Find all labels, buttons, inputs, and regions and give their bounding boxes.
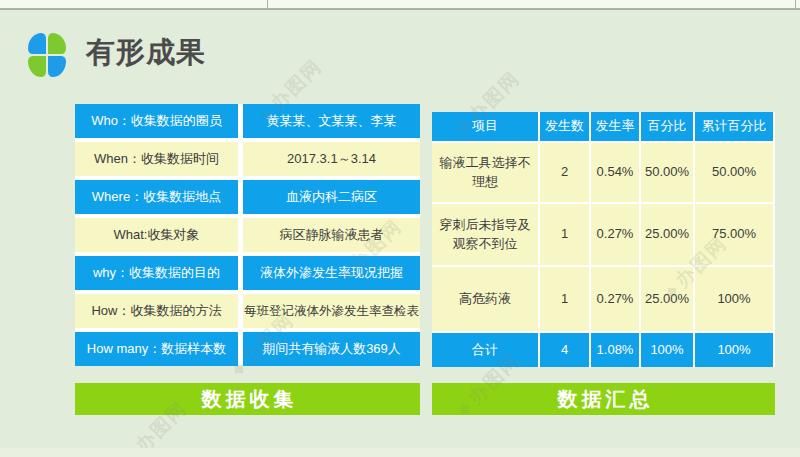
data-summary-table: 项目 发生数 发生率 百分比 累计百分比 输液工具选择不理想 2 0.54% 5… (432, 112, 775, 367)
table-cell-rate: 0.27% (591, 204, 639, 265)
row-value: 每班登记液体外渗发生率查检表 (243, 294, 420, 328)
table-row: How：收集数据的方法 每班登记液体外渗发生率查检表 (75, 294, 420, 328)
page-title: 有形成果 (86, 38, 206, 67)
total-row-percent: 100% (641, 333, 693, 367)
data-collection-banner: 数据收集 (75, 383, 420, 415)
logo-petal-bottom-right (48, 56, 66, 77)
table-cell-percent: 25.00% (641, 267, 693, 331)
column-header: 百分比 (641, 112, 693, 141)
table-cell-item: 输液工具选择不理想 (432, 143, 538, 202)
row-value: 液体外渗发生率现况把握 (243, 256, 420, 290)
data-summary-banner: 数据汇总 (432, 383, 775, 415)
row-value: 期间共有输液人数369人 (243, 332, 420, 366)
row-value: 病区静脉输液患者 (243, 218, 420, 252)
total-row-rate: 1.08% (591, 333, 639, 367)
strip-divider-left (267, 0, 268, 8)
column-header: 发生率 (591, 112, 639, 141)
table-row: Where：收集数据地点 血液内科二病区 (75, 180, 420, 214)
logo-petal-top-left (28, 33, 46, 54)
table-cell-count: 1 (540, 267, 589, 331)
row-label: Where：收集数据地点 (75, 180, 238, 214)
column-header: 累计百分比 (695, 112, 773, 141)
logo-petal-top-right (48, 33, 66, 54)
table-cell-percent: 25.00% (641, 204, 693, 265)
table-cell-rate: 0.27% (591, 267, 639, 331)
table-row: What:收集对象 病区静脉输液患者 (75, 218, 420, 252)
table-row: Who：收集数据的圈员 黄某某、文某某、李某 (75, 104, 420, 138)
row-value: 黄某某、文某某、李某 (243, 104, 420, 138)
row-label: why：收集数据的目的 (75, 256, 238, 290)
table-cell-count: 2 (540, 143, 589, 202)
table-cell-rate: 0.54% (591, 143, 639, 202)
total-row-label: 合计 (432, 333, 538, 367)
column-header: 发生数 (540, 112, 589, 141)
row-label: When：收集数据时间 (75, 142, 238, 176)
row-label: How many：数据样本数 (75, 332, 238, 366)
row-value: 血液内科二病区 (243, 180, 420, 214)
bottom-margin-strip (0, 448, 800, 457)
table-row: When：收集数据时间 2017.3.1～3.14 (75, 142, 420, 176)
total-row-cumulative: 100% (695, 333, 773, 367)
column-header: 项目 (432, 112, 538, 141)
table-cell-percent: 50.00% (641, 143, 693, 202)
slide-canvas: 有形成果 Who：收集数据的圈员 黄某某、文某某、李某 When：收集数据时间 … (0, 0, 800, 457)
table-cell-cumulative: 50.00% (695, 143, 773, 202)
row-label: Who：收集数据的圈员 (75, 104, 238, 138)
table-row: why：收集数据的目的 液体外渗发生率现况把握 (75, 256, 420, 290)
row-label: How：收集数据的方法 (75, 294, 238, 328)
table-cell-count: 1 (540, 204, 589, 265)
table-cell-cumulative: 100% (695, 267, 773, 331)
row-value: 2017.3.1～3.14 (243, 142, 420, 176)
table-row: How many：数据样本数 期间共有输液人数369人 (75, 332, 420, 366)
data-collection-table: Who：收集数据的圈员 黄某某、文某某、李某 When：收集数据时间 2017.… (75, 104, 420, 366)
row-label: What:收集对象 (75, 218, 238, 252)
four-leaf-logo-icon (28, 33, 66, 77)
strip-divider-right (795, 0, 796, 8)
logo-petal-bottom-left (28, 56, 46, 77)
table-cell-item: 高危药液 (432, 267, 538, 331)
table-cell-item: 穿刺后未指导及观察不到位 (432, 204, 538, 265)
total-row-count: 4 (540, 333, 589, 367)
table-cell-cumulative: 75.00% (695, 204, 773, 265)
top-window-strip (0, 0, 800, 10)
